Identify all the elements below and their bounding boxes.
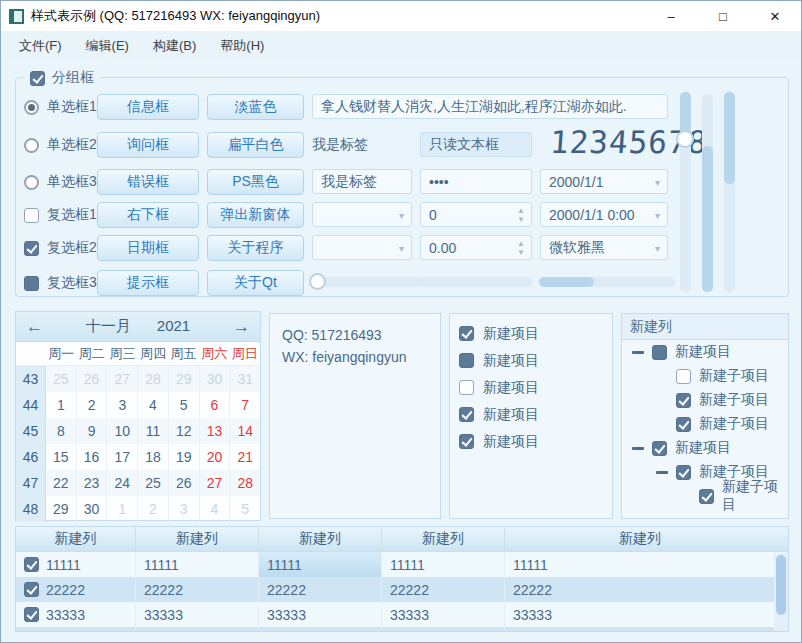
day-cell[interactable]: 25 [138, 470, 169, 496]
table-cell[interactable]: 22222 [136, 577, 259, 602]
day-cell[interactable]: 18 [138, 444, 169, 470]
day-cell[interactable]: 30 [77, 496, 108, 522]
day-cell[interactable]: 11 [138, 418, 169, 444]
info-box-button[interactable]: 信息框 [97, 94, 199, 120]
checkbox-3[interactable] [24, 276, 39, 291]
vertical-slider-track[interactable] [680, 92, 691, 292]
calendar-year[interactable]: 2021 [157, 317, 190, 336]
day-cell[interactable]: 20 [200, 444, 231, 470]
row-checkbox[interactable] [24, 582, 39, 597]
groupbox-checkbox[interactable] [30, 71, 45, 86]
day-cell[interactable]: 15 [46, 444, 77, 470]
radio-1[interactable] [24, 100, 39, 115]
question-box-button[interactable]: 询问框 [97, 132, 199, 158]
table-cell[interactable]: 44444 [259, 627, 382, 632]
table-cell-selected[interactable]: 11111 [259, 552, 382, 577]
day-cell[interactable]: 3 [169, 496, 200, 522]
collapse-icon[interactable] [656, 471, 668, 474]
calendar-month[interactable]: 十一月 [86, 317, 131, 336]
tree-item[interactable]: 新建子项目 [622, 484, 788, 508]
calendar-prev-icon[interactable]: ← [26, 317, 43, 337]
table-header-cell[interactable]: 新建列 [505, 527, 775, 551]
table-header-cell[interactable]: 新建列 [136, 527, 259, 551]
tree-checkbox[interactable] [676, 465, 691, 480]
row-checkbox[interactable] [24, 607, 39, 622]
text-input[interactable]: 拿人钱财替人消灾,人生江湖如此,程序江湖亦如此. [312, 94, 668, 119]
radio-row-3[interactable]: 单选框3 [24, 169, 97, 195]
day-cell[interactable]: 6 [200, 392, 231, 418]
table-cell[interactable]: 11111 [382, 552, 505, 577]
tree-item[interactable]: 新建子项目 [622, 388, 788, 412]
collapse-icon[interactable] [632, 447, 644, 450]
error-box-button[interactable]: 错误框 [97, 169, 199, 195]
list-checkbox[interactable] [459, 434, 474, 449]
day-cell[interactable]: 4 [138, 392, 169, 418]
list-item[interactable]: 新建项目 [450, 374, 612, 401]
day-cell[interactable]: 30 [200, 366, 231, 392]
menu-edit[interactable]: 编辑(E) [74, 33, 141, 59]
horizontal-slider-track[interactable] [316, 277, 421, 287]
table-cell[interactable]: 33333 [505, 602, 775, 627]
about-qt-button[interactable]: 关于Qt [207, 270, 304, 296]
table-cell[interactable]: 33333 [136, 602, 259, 627]
table-cell[interactable]: 44444 [505, 627, 775, 632]
checkbox-2[interactable] [24, 241, 39, 256]
scrollbar-thumb[interactable] [776, 555, 786, 615]
day-cell[interactable]: 10 [107, 418, 138, 444]
table-row[interactable]: 44444 44444 44444 44444 44444 [16, 627, 788, 632]
date-box-button[interactable]: 日期框 [97, 235, 199, 261]
tip-box-button[interactable]: 提示框 [97, 270, 199, 296]
day-cell[interactable]: 17 [107, 444, 138, 470]
table-cell[interactable]: 33333 [259, 602, 382, 627]
day-cell[interactable]: 25 [46, 366, 77, 392]
spinbox-float[interactable]: 0.00 ▲▼ [420, 235, 532, 260]
table-header-cell[interactable]: 新建列 [16, 527, 136, 551]
list-checkbox[interactable] [459, 380, 474, 395]
day-cell[interactable]: 7 [230, 392, 260, 418]
tree-checkbox[interactable] [676, 369, 691, 384]
day-cell[interactable]: 12 [169, 418, 200, 444]
day-cell[interactable]: 5 [169, 392, 200, 418]
horizontal-slider-handle[interactable] [309, 273, 326, 290]
day-cell[interactable]: 26 [169, 470, 200, 496]
day-cell[interactable]: 13 [200, 418, 231, 444]
day-cell[interactable]: 9 [77, 418, 108, 444]
font-combo[interactable]: 微软雅黑 ▾ [540, 235, 668, 260]
table-header-cell[interactable]: 新建列 [259, 527, 382, 551]
day-cell[interactable]: 14 [230, 418, 260, 444]
day-cell[interactable]: 3 [107, 392, 138, 418]
radio-row-2[interactable]: 单选框2 [24, 132, 97, 158]
table-cell[interactable]: 11111 [136, 552, 259, 577]
list-item[interactable]: 新建项目 [450, 428, 612, 455]
radio-2[interactable] [24, 138, 39, 153]
minimize-button[interactable]: – [645, 1, 697, 31]
table-vertical-scrollbar[interactable] [774, 553, 788, 632]
maximize-button[interactable]: □ [697, 1, 749, 31]
tree-item[interactable]: 新建项目 [622, 436, 788, 460]
day-cell[interactable]: 8 [46, 418, 77, 444]
day-cell[interactable]: 4 [200, 496, 231, 522]
day-cell[interactable]: 22 [46, 470, 77, 496]
table-cell[interactable]: 44444 [136, 627, 259, 632]
day-cell[interactable]: 29 [46, 496, 77, 522]
date-edit[interactable]: 2000/1/1 ▾ [540, 169, 668, 194]
tree-checkbox[interactable] [652, 441, 667, 456]
list-checkbox[interactable] [459, 407, 474, 422]
checkbox-1[interactable] [24, 208, 39, 223]
tree-checkbox[interactable] [676, 417, 691, 432]
table-cell[interactable]: 44444 [382, 627, 505, 632]
menu-file[interactable]: 文件(F) [7, 33, 74, 59]
table-cell[interactable]: 22222 [382, 577, 505, 602]
day-cell[interactable]: 23 [77, 470, 108, 496]
tree-item[interactable]: 新建子项目 [622, 412, 788, 436]
tree-header[interactable]: 新建列 [622, 314, 788, 340]
tree-checkbox[interactable] [652, 345, 667, 360]
chevron-down-icon[interactable]: ▾ [655, 176, 660, 187]
day-cell[interactable]: 1 [46, 392, 77, 418]
checkbox-row-2[interactable]: 复选框2 [24, 235, 97, 261]
checkbox-row-1[interactable]: 复选框1 [24, 202, 97, 228]
day-cell[interactable]: 1 [107, 496, 138, 522]
day-cell[interactable]: 16 [77, 444, 108, 470]
row-checkbox[interactable] [24, 557, 39, 572]
text-edit[interactable]: QQ: 517216493 WX: feiyangqingyun [269, 313, 441, 519]
